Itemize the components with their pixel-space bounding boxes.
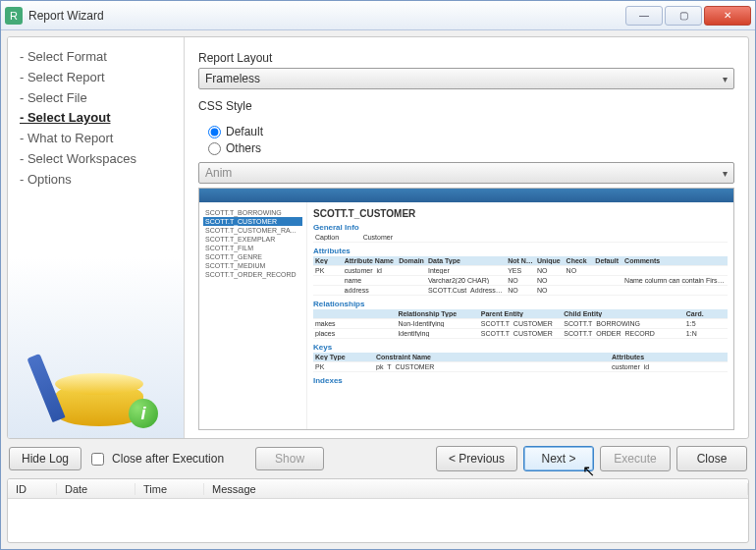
preview-main: SCOTT.T_CUSTOMER General Info CaptionCus… [307, 202, 733, 429]
css-style-radiogroup: Default Others [198, 122, 734, 158]
report-layout-label: Report Layout [198, 51, 734, 65]
log-col-time[interactable]: Time [135, 483, 204, 495]
app-icon: R [5, 7, 23, 25]
css-style-label: CSS Style [198, 99, 734, 113]
report-layout-combo[interactable]: Frameless [198, 68, 734, 89]
step-select-workspaces[interactable]: - Select Workspaces [20, 149, 172, 170]
window: R Report Wizard — ▢ ✕ - Select Format - … [0, 0, 756, 550]
show-button[interactable]: Show [255, 447, 324, 470]
button-bar: Hide Log Close after Execution Show < Pr… [7, 443, 749, 474]
titlebar[interactable]: R Report Wizard — ▢ ✕ [1, 1, 755, 30]
log-col-date[interactable]: Date [57, 483, 135, 495]
step-options[interactable]: - Options [20, 170, 172, 191]
step-select-format[interactable]: - Select Format [20, 47, 172, 68]
radio-others[interactable]: Others [208, 141, 734, 155]
log-panel: ID Date Time Message [7, 478, 749, 543]
content-panel: Report Layout Frameless CSS Style Defaul… [185, 37, 748, 438]
css-theme-combo[interactable]: Anim [198, 162, 734, 184]
radio-default[interactable]: Default [208, 125, 734, 138]
close-button[interactable]: Close [676, 446, 747, 471]
previous-button[interactable]: < Previous [436, 446, 517, 471]
next-button[interactable]: Next > ↖ [523, 446, 594, 471]
log-col-message[interactable]: Message [204, 483, 748, 495]
main-panel: - Select Format - Select Report - Select… [7, 36, 749, 439]
minimize-button[interactable]: — [625, 6, 663, 26]
step-what-to-report[interactable]: - What to Report [20, 129, 172, 149]
execute-button[interactable]: Execute [600, 446, 671, 471]
hide-log-button[interactable]: Hide Log [9, 447, 81, 470]
close-window-button[interactable]: ✕ [704, 6, 751, 26]
preview-nav: SCOTT.T_BORROWING SCOTT.T_CUSTOMER SCOTT… [199, 202, 307, 429]
window-title: Report Wizard [28, 9, 625, 23]
step-select-layout[interactable]: - Select Layout [20, 108, 172, 129]
sidebar-illustration: i [20, 334, 172, 432]
log-col-id[interactable]: ID [8, 483, 57, 495]
layout-preview: SCOTT.T_BORROWING SCOTT.T_CUSTOMER SCOTT… [198, 188, 734, 430]
step-select-report[interactable]: - Select Report [20, 68, 172, 88]
step-select-file[interactable]: - Select File [20, 88, 172, 109]
close-after-execution-checkbox[interactable]: Close after Execution [87, 450, 224, 468]
wizard-steps-sidebar: - Select Format - Select Report - Select… [8, 37, 185, 438]
log-header[interactable]: ID Date Time Message [8, 479, 748, 499]
wizard-steps-list: - Select Format - Select Report - Select… [20, 47, 172, 191]
preview-header-bar [199, 189, 733, 202]
maximize-button[interactable]: ▢ [665, 6, 702, 26]
info-icon: i [129, 399, 158, 428]
